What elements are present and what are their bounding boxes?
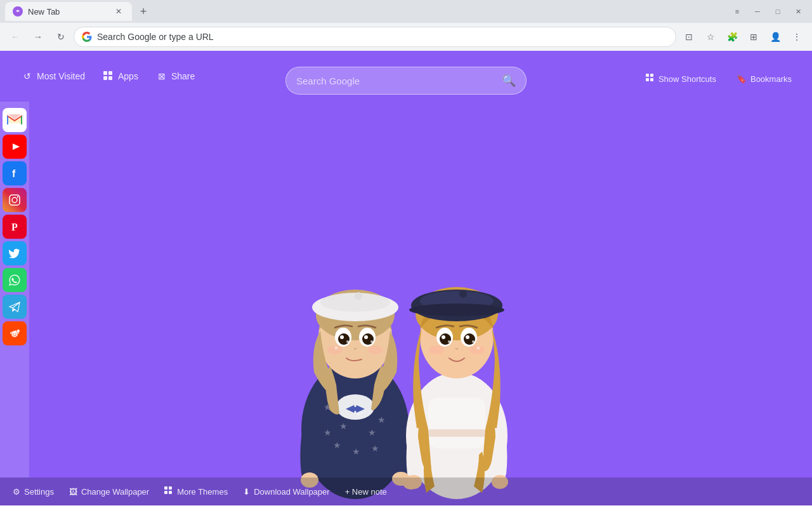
- svg-text:★: ★: [371, 443, 379, 453]
- svg-point-16: [17, 196, 18, 197]
- svg-point-15: [12, 197, 17, 203]
- more-themes-button[interactable]: More Themes: [164, 486, 228, 497]
- tab-close-button[interactable]: ✕: [113, 6, 124, 17]
- more-themes-icon: [164, 486, 173, 497]
- search-icon[interactable]: 🔍: [502, 74, 516, 88]
- dock-instagram[interactable]: [3, 188, 27, 212]
- svg-rect-83: [169, 486, 172, 490]
- svg-rect-27: [15, 330, 16, 332]
- svg-rect-84: [164, 491, 167, 494]
- omnibox[interactable]: Search Google or type a URL: [74, 27, 676, 47]
- svg-point-75: [472, 340, 475, 343]
- sidebar-button[interactable]: ⊞: [743, 27, 764, 47]
- reload-button[interactable]: ↻: [51, 27, 71, 47]
- download-wallpaper-icon: ⬇: [243, 487, 250, 497]
- back-button[interactable]: ←: [5, 27, 25, 47]
- new-note-button[interactable]: + New note: [345, 487, 387, 497]
- address-bar: ← → ↻ Search Google or type a URL ⊡ ☆ 🧩 …: [0, 23, 812, 51]
- apps-shortcut[interactable]: Apps: [94, 65, 147, 87]
- apps-icon: [103, 70, 114, 82]
- maximize-button[interactable]: □: [769, 3, 787, 20]
- svg-rect-7: [646, 78, 649, 81]
- dock-gmail[interactable]: [3, 108, 27, 132]
- minimize-button[interactable]: ─: [749, 3, 766, 20]
- change-wallpaper-icon: 🖼: [69, 487, 77, 497]
- svg-point-50: [362, 333, 374, 345]
- svg-point-52: [364, 335, 368, 339]
- svg-point-70: [440, 333, 451, 345]
- svg-point-23: [11, 331, 18, 337]
- show-shortcuts-label: Show Shortcuts: [658, 74, 716, 84]
- settings-button[interactable]: ⚙ Settings: [13, 487, 54, 497]
- svg-text:★: ★: [339, 421, 348, 431]
- svg-point-72: [442, 335, 445, 339]
- forward-button[interactable]: →: [28, 27, 48, 47]
- bottom-bar: ⚙ Settings 🖼 Change Wallpaper More Theme…: [0, 478, 812, 505]
- cast-button[interactable]: ⊡: [679, 27, 699, 47]
- left-character: ★ ★ ★ ★ ★ ★ ★ ★ ★: [300, 290, 410, 499]
- dock-whatsapp[interactable]: [3, 268, 27, 292]
- svg-rect-1: [103, 71, 107, 75]
- dock-twitter[interactable]: [3, 241, 27, 265]
- change-wallpaper-button[interactable]: 🖼 Change Wallpaper: [69, 487, 149, 497]
- share-icon: ⊠: [156, 70, 167, 82]
- dock-telegram[interactable]: [3, 295, 27, 319]
- svg-point-71: [464, 333, 475, 345]
- share-shortcut[interactable]: ⊠ Share: [147, 65, 204, 87]
- bookmark-button[interactable]: ☆: [700, 27, 721, 47]
- share-label: Share: [171, 71, 195, 81]
- bookmarks-button[interactable]: 🔖 Bookmarks: [729, 70, 799, 88]
- svg-point-66: [459, 290, 467, 298]
- close-button[interactable]: ✕: [789, 3, 807, 20]
- bookmarks-icon: 🔖: [737, 74, 747, 84]
- svg-point-74: [448, 340, 450, 343]
- tab-title: New Tab: [28, 7, 60, 17]
- right-character: [392, 287, 508, 499]
- svg-point-53: [346, 340, 349, 343]
- window-controls: ≡ ─ □ ✕: [728, 3, 807, 20]
- change-wallpaper-label: Change Wallpaper: [81, 487, 149, 497]
- svg-rect-6: [650, 74, 653, 77]
- settings-icon: ⚙: [13, 487, 20, 497]
- dock-reddit[interactable]: [3, 321, 27, 345]
- tab-list-button[interactable]: ≡: [728, 3, 746, 20]
- svg-point-46: [355, 292, 362, 300]
- side-dock: f P: [0, 102, 29, 478]
- extensions-button[interactable]: 🧩: [722, 27, 742, 47]
- apps-label: Apps: [118, 71, 138, 81]
- new-note-label: + New note: [345, 487, 387, 497]
- svg-point-76: [429, 345, 444, 354]
- menu-button[interactable]: ⋮: [787, 27, 807, 47]
- svg-point-40: [353, 407, 357, 411]
- download-wallpaper-button[interactable]: ⬇ Download Wallpaper: [243, 487, 329, 497]
- address-bar-actions: ⊡ ☆ 🧩 ⊞ 👤 ⋮: [679, 27, 807, 47]
- dock-youtube[interactable]: [3, 135, 27, 159]
- tab-favicon: [13, 6, 23, 17]
- dock-pinterest[interactable]: P: [3, 215, 27, 239]
- svg-text:f: f: [12, 168, 16, 179]
- svg-rect-85: [169, 491, 172, 494]
- svg-rect-59: [428, 398, 485, 448]
- svg-text:★: ★: [333, 440, 341, 450]
- download-wallpaper-label: Download Wallpaper: [254, 487, 329, 497]
- most-visited-shortcut[interactable]: ↺ Most Visited: [13, 65, 94, 87]
- search-bar[interactable]: Search Google 🔍: [285, 67, 527, 95]
- svg-text:★: ★: [368, 427, 376, 438]
- main-illustration: ★ ★ ★ ★ ★ ★ ★ ★ ★: [241, 102, 571, 505]
- svg-point-54: [370, 340, 373, 343]
- right-shortcuts: Show Shortcuts 🔖 Bookmarks: [638, 70, 799, 88]
- svg-point-67: [409, 304, 504, 316]
- new-tab-button[interactable]: +: [134, 3, 152, 20]
- svg-text:★: ★: [377, 415, 386, 425]
- active-tab[interactable]: New Tab ✕: [5, 2, 132, 21]
- svg-rect-82: [164, 486, 167, 490]
- profile-button[interactable]: 👤: [765, 27, 785, 47]
- bookmarks-label: Bookmarks: [750, 74, 792, 84]
- most-visited-icon: ↺: [22, 70, 33, 82]
- svg-rect-8: [650, 78, 653, 81]
- svg-text:★: ★: [324, 427, 332, 438]
- svg-point-56: [368, 345, 383, 354]
- settings-label: Settings: [24, 487, 54, 497]
- show-shortcuts-button[interactable]: Show Shortcuts: [638, 70, 724, 88]
- dock-facebook[interactable]: f: [3, 161, 27, 185]
